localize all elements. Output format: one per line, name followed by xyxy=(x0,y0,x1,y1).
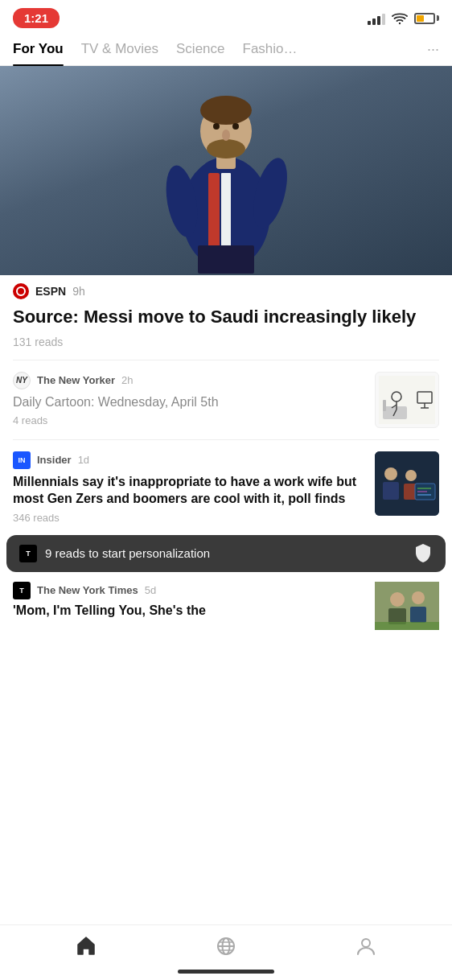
nav-browse[interactable] xyxy=(156,935,296,957)
svg-point-10 xyxy=(213,123,220,130)
article-insider-content: IN Insider 1d Millennials say it's inapp… xyxy=(13,451,365,524)
article-insider[interactable]: IN Insider 1d Millennials say it's inapp… xyxy=(0,440,452,535)
svg-point-8 xyxy=(200,96,252,125)
toast-text: 9 reads to start personalization xyxy=(45,546,210,560)
home-icon xyxy=(75,935,97,957)
hero-title: Source: Messi move to Saudi increasingly… xyxy=(0,303,452,334)
hero-source-name: ESPN xyxy=(35,285,66,298)
nyt-meta: T The New York Times 5d xyxy=(13,582,365,599)
insider-logo: IN xyxy=(13,451,31,469)
profile-icon xyxy=(355,935,377,957)
nyt-source: The New York Times xyxy=(37,584,138,596)
newyorker-time: 2h xyxy=(121,374,133,386)
svg-point-0 xyxy=(399,22,401,23)
article-newyorker[interactable]: NY The New Yorker 2h Daily Cartoon: Wedn… xyxy=(0,360,452,439)
nyt-logo: T xyxy=(13,582,31,599)
nav-tabs: For You TV & Movies Science Fashio… ··· xyxy=(0,33,452,66)
svg-rect-37 xyxy=(410,607,426,623)
article-insider-meta: IN Insider 1d xyxy=(13,451,365,469)
svg-point-9 xyxy=(207,139,245,159)
hero-reads: 131 reads xyxy=(0,334,452,360)
insider-reads: 346 reads xyxy=(13,512,365,524)
signal-icon xyxy=(368,12,385,25)
newyorker-thumbnail xyxy=(375,372,439,428)
toast-notification[interactable]: T 9 reads to start personalization xyxy=(6,535,446,572)
globe-icon xyxy=(215,935,237,957)
tab-science[interactable]: Science xyxy=(176,33,224,65)
status-icons xyxy=(368,12,439,25)
nyt-logo-toast: T xyxy=(19,545,37,562)
nav-home[interactable] xyxy=(16,935,156,957)
insider-source: Insider xyxy=(37,454,72,466)
hero-article[interactable]: ESPN 9h Source: Messi move to Saudi incr… xyxy=(0,66,452,360)
tab-fashion[interactable]: Fashio… xyxy=(243,33,298,65)
battery-icon xyxy=(414,13,439,24)
wifi-icon xyxy=(392,12,408,25)
svg-rect-13 xyxy=(198,245,254,274)
toast-shield-icon xyxy=(412,542,434,565)
tab-for-you[interactable]: For You xyxy=(13,33,64,65)
article-newyorker-meta: NY The New Yorker 2h xyxy=(13,372,365,389)
svg-point-11 xyxy=(232,123,239,130)
svg-point-34 xyxy=(390,592,405,607)
home-indicator xyxy=(178,970,274,974)
svg-point-25 xyxy=(384,467,397,480)
espn-logo xyxy=(13,283,29,299)
svg-point-27 xyxy=(405,470,417,481)
insider-thumbnail xyxy=(375,451,439,516)
status-bar: 1:21 xyxy=(0,0,452,33)
svg-point-12 xyxy=(222,130,230,141)
article-newyorker-content: NY The New Yorker 2h Daily Cartoon: Wedn… xyxy=(13,372,365,427)
svg-point-44 xyxy=(362,939,370,947)
hero-image-svg xyxy=(138,68,314,274)
newyorker-logo: NY xyxy=(13,372,31,389)
svg-point-36 xyxy=(412,591,425,604)
nyt-article-content: T The New York Times 5d 'Mom, I'm Tellin… xyxy=(13,582,365,618)
insider-time: 1d xyxy=(78,454,89,466)
nav-more-button[interactable]: ··· xyxy=(427,41,439,58)
svg-rect-16 xyxy=(383,400,386,411)
hero-meta: ESPN 9h xyxy=(0,275,452,303)
newyorker-reads: 4 reads xyxy=(13,414,365,426)
svg-rect-38 xyxy=(375,622,439,630)
tab-tv-movies[interactable]: TV & Movies xyxy=(81,33,158,65)
svg-rect-26 xyxy=(383,482,399,500)
nyt-thumb-svg xyxy=(375,582,439,630)
newyorker-source: The New Yorker xyxy=(37,374,115,386)
insider-title: Millennials say it's inappropriate to ha… xyxy=(13,473,365,508)
cartoon-svg xyxy=(379,376,435,424)
nyt-time: 5d xyxy=(145,584,156,596)
status-time: 1:21 xyxy=(13,8,60,28)
article-nyt[interactable]: T The New York Times 5d 'Mom, I'm Tellin… xyxy=(0,572,452,640)
newyorker-title: Daily Cartoon: Wednesday, April 5th xyxy=(13,393,365,411)
hero-image xyxy=(0,66,452,275)
hero-time: 9h xyxy=(72,285,85,298)
nav-profile[interactable] xyxy=(296,935,436,957)
nyt-thumbnail xyxy=(375,582,439,630)
insider-thumb-svg xyxy=(375,451,439,516)
nyt-title: 'Mom, I'm Telling You, She's the xyxy=(13,603,365,618)
